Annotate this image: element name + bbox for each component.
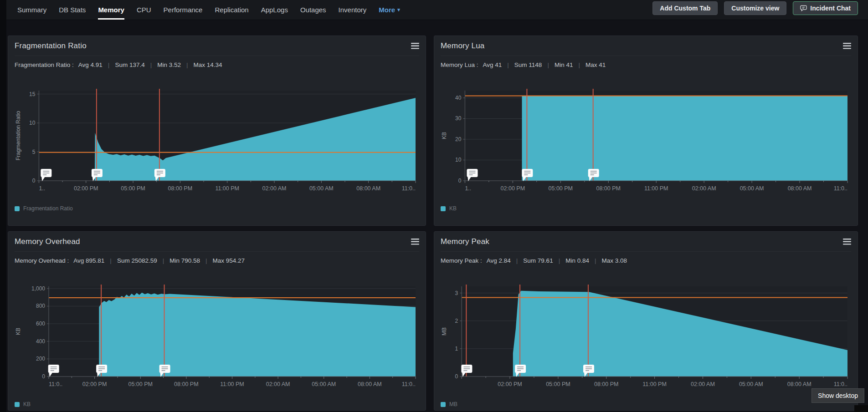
show-desktop-button[interactable] bbox=[854, 405, 868, 412]
tab-label: Outages bbox=[300, 6, 326, 14]
chart-canvas[interactable]: 02004006008001,000KB11:0..02:00 PM05:00 … bbox=[15, 271, 420, 393]
area-series[interactable] bbox=[99, 293, 416, 376]
x-tick-label: 11:00 PM bbox=[642, 381, 667, 387]
incident-chat-label: Incident Chat bbox=[810, 5, 851, 12]
x-tick-label: 11:0.. bbox=[402, 381, 416, 387]
tab-label: AppLogs bbox=[261, 6, 288, 14]
stats-separator: | bbox=[507, 61, 509, 68]
stats-separator: | bbox=[108, 61, 110, 68]
chart-legend[interactable]: KB bbox=[15, 401, 419, 407]
panel-menu-icon[interactable] bbox=[411, 239, 419, 245]
stats-label: Memory Lua : bbox=[441, 61, 478, 68]
tab-label: More bbox=[379, 6, 395, 14]
stat-item: Max 41 bbox=[586, 61, 606, 68]
y-tick-label: 2 bbox=[455, 318, 458, 324]
x-tick-label: 02:00 AM bbox=[266, 381, 290, 387]
x-tick-label: 11:00 PM bbox=[644, 185, 668, 192]
x-tick-label: 02:00 PM bbox=[74, 185, 98, 192]
y-axis-label: KB bbox=[15, 328, 21, 335]
x-tick-label: 02:00 PM bbox=[498, 381, 522, 387]
tab-inventory[interactable]: Inventory bbox=[339, 0, 367, 20]
legend-label: Fragmentation Ratio bbox=[23, 205, 73, 212]
tab-label: CPU bbox=[137, 6, 151, 14]
y-tick-label: 0 bbox=[458, 178, 462, 184]
area-series[interactable] bbox=[522, 96, 848, 181]
stat-item: Min 3.52 bbox=[157, 61, 181, 68]
x-tick-label: 11:00 PM bbox=[220, 381, 244, 387]
incident-chat-button[interactable]: Incident Chat bbox=[793, 1, 858, 15]
stat-item: Sum 79.61 bbox=[523, 257, 553, 264]
stats-separator: | bbox=[578, 61, 580, 68]
x-tick-label: 05:00 AM bbox=[309, 185, 334, 192]
y-tick-label: 5 bbox=[32, 149, 36, 155]
tab-label: Inventory bbox=[339, 6, 367, 14]
top-nav: SummaryDB StatsMemoryCPUPerformanceRepli… bbox=[6, 0, 868, 20]
y-tick-label: 0 bbox=[32, 178, 36, 184]
stat-item: Sum 25082.59 bbox=[117, 257, 157, 264]
x-tick-label: 11:0.. bbox=[402, 185, 416, 192]
chart-area: 051015Fragmentation Ratio1..02:00 PM05:0… bbox=[15, 75, 419, 199]
tab-replication[interactable]: Replication bbox=[215, 0, 248, 20]
tab-more[interactable]: More▾ bbox=[379, 0, 400, 20]
x-tick-label: 02:00 PM bbox=[82, 381, 107, 387]
chart-area: 0123MB02:00 PM05:00 PM08:00 PM11:00 PM02… bbox=[441, 271, 851, 395]
tab-label: Replication bbox=[215, 6, 248, 14]
stats-separator: | bbox=[186, 61, 188, 68]
x-tick-label: 05:00 PM bbox=[128, 381, 153, 387]
legend-swatch bbox=[441, 402, 446, 407]
x-tick-label: 08:00 AM bbox=[787, 381, 812, 387]
chart-legend[interactable]: KB bbox=[441, 205, 851, 212]
nav-tabs: SummaryDB StatsMemoryCPUPerformanceRepli… bbox=[6, 0, 400, 20]
tab-cpu[interactable]: CPU bbox=[137, 0, 151, 20]
panel-title: Memory Lua bbox=[441, 41, 484, 51]
stat-item: Min 41 bbox=[555, 61, 573, 68]
tab-db-stats[interactable]: DB Stats bbox=[59, 0, 86, 20]
y-tick-label: 200 bbox=[36, 356, 45, 362]
chart-stats-row: Memory Overhead :Avg 895.81|Sum 25082.59… bbox=[15, 252, 419, 267]
customize-view-button[interactable]: Customize view bbox=[724, 1, 786, 15]
tab-outages[interactable]: Outages bbox=[300, 0, 326, 20]
x-tick-label: 08:00 PM bbox=[596, 185, 621, 192]
legend-swatch bbox=[15, 206, 20, 211]
panel-menu-icon[interactable] bbox=[843, 43, 851, 49]
panel-header: Fragmentation Ratio bbox=[15, 36, 419, 56]
x-tick-label: 11:0.. bbox=[834, 185, 847, 192]
legend-label: MB bbox=[449, 401, 457, 407]
panel-title: Memory Overhead bbox=[15, 237, 80, 246]
panel-menu-icon[interactable] bbox=[843, 239, 851, 245]
chart-legend[interactable]: Fragmentation Ratio bbox=[15, 205, 419, 212]
y-tick-label: 20 bbox=[455, 136, 462, 142]
add-custom-tab-button[interactable]: Add Custom Tab bbox=[652, 1, 718, 15]
chart-canvas[interactable]: 0123MB02:00 PM05:00 PM08:00 PM11:00 PM02… bbox=[441, 271, 852, 393]
tab-memory[interactable]: Memory bbox=[98, 0, 124, 20]
y-axis-label: MB bbox=[441, 327, 447, 336]
chart-canvas[interactable]: 051015Fragmentation Ratio1..02:00 PM05:0… bbox=[15, 75, 420, 197]
y-tick-label: 10 bbox=[29, 120, 36, 126]
chart-legend[interactable]: MB bbox=[441, 401, 851, 407]
panel-title: Fragmentation Ratio bbox=[15, 41, 87, 51]
y-axis-label: Fragmentation Ratio bbox=[15, 111, 21, 160]
x-tick-label: 05:00 AM bbox=[739, 381, 763, 387]
tab-label: DB Stats bbox=[59, 6, 86, 14]
stat-item: Min 790.58 bbox=[169, 257, 200, 264]
x-tick-label: 08:00 AM bbox=[356, 185, 380, 192]
chart-area: 02004006008001,000KB11:0..02:00 PM05:00 … bbox=[15, 271, 419, 395]
legend-swatch bbox=[441, 206, 446, 211]
panel-title: Memory Peak bbox=[441, 237, 489, 246]
chart-canvas[interactable]: 010203040KB1..02:00 PM05:00 PM08:00 PM11… bbox=[441, 75, 852, 197]
x-tick-label: 02:00 PM bbox=[501, 185, 525, 192]
tab-summary[interactable]: Summary bbox=[17, 0, 46, 20]
stats-label: Fragmentation Ratio : bbox=[15, 61, 74, 68]
y-tick-label: 0 bbox=[455, 373, 458, 380]
panel-header: Memory Peak bbox=[441, 232, 851, 252]
stats-separator: | bbox=[150, 61, 152, 68]
tab-label: Summary bbox=[17, 6, 46, 14]
tab-applogs[interactable]: AppLogs bbox=[261, 0, 288, 20]
tab-performance[interactable]: Performance bbox=[164, 0, 203, 20]
stat-item: Avg 2.84 bbox=[487, 257, 511, 264]
y-tick-label: 3 bbox=[455, 290, 458, 296]
stats-separator: | bbox=[163, 257, 164, 264]
x-tick-label: 05:00 AM bbox=[740, 185, 764, 192]
panel-header: Memory Overhead bbox=[15, 232, 419, 252]
panel-menu-icon[interactable] bbox=[411, 43, 419, 49]
